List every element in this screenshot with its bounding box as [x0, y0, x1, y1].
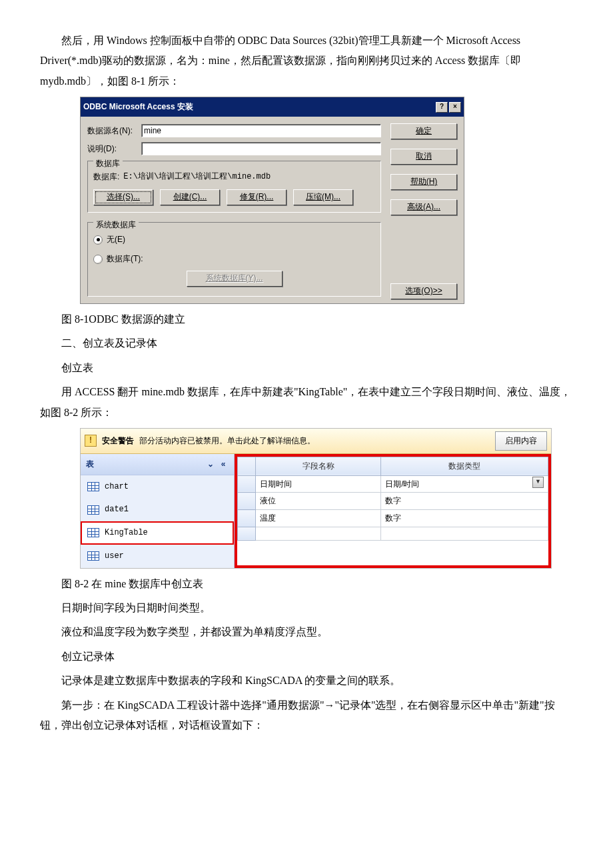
sysdb-group: 系统数据库 无(E) 数据库(T): 系统数据库(Y)... — [87, 222, 381, 297]
close-icon[interactable]: × — [449, 102, 461, 113]
dsname-input[interactable]: mine — [141, 124, 381, 137]
field-name-cell[interactable] — [256, 527, 381, 540]
dropdown-icon[interactable]: ▼ — [532, 477, 544, 488]
nav-item-kingtable[interactable]: KingTable — [81, 521, 234, 545]
nav-item-label: date1 — [105, 502, 129, 517]
nav-item-date1[interactable]: date1 — [81, 498, 234, 521]
row-selector[interactable] — [238, 475, 256, 493]
table-icon — [87, 505, 99, 515]
sysdb-button: 系统数据库(Y)... — [187, 271, 283, 287]
paragraph-step1: 第一步：在 KingSCADA 工程设计器中选择"通用数据源"→"记录体"选型，… — [40, 695, 573, 736]
compact-button[interactable]: 压缩(M)... — [293, 189, 353, 205]
security-label: 安全警告 — [102, 433, 134, 449]
sysdb-group-title: 系统数据库 — [93, 217, 139, 233]
select-button[interactable]: 选择(S)... — [93, 189, 153, 205]
desc-input[interactable] — [141, 142, 381, 155]
security-bar: ! 安全警告 部分活动内容已被禁用。单击此处了解详细信息。 启用内容 — [81, 429, 551, 454]
paragraph-datetime: 日期时间字段为日期时间类型。 — [40, 598, 573, 618]
dropdown-icon[interactable]: ⌄ — [205, 457, 216, 472]
nav-title: 表 — [86, 457, 94, 472]
dsname-label: 数据源名(N): — [87, 123, 137, 139]
subsection-heading-record: 创立记录体 — [40, 647, 573, 667]
radio-none[interactable]: 无(E) — [93, 232, 375, 247]
advanced-button[interactable]: 高级(A)... — [390, 199, 457, 215]
ok-button[interactable]: 确定 — [390, 123, 457, 139]
navigation-pane: 表 ⌄ « chart date1 KingTable user — [81, 454, 235, 568]
paragraph-access: 用 ACCESS 翻开 mine.mdb 数据库，在库中新建表"KingTabl… — [40, 382, 573, 423]
field-name-cell[interactable]: 日期时间 — [256, 475, 381, 493]
help-icon[interactable]: ? — [436, 102, 448, 113]
table-row[interactable]: 温度 数字 — [238, 510, 548, 527]
field-name-cell[interactable]: 液位 — [256, 493, 381, 510]
nav-item-label: user — [105, 549, 124, 564]
nav-item-chart[interactable]: chart — [81, 475, 234, 499]
corner-cell — [238, 457, 256, 475]
nav-item-label: KingTable — [105, 525, 148, 541]
table-row[interactable]: 液位 数字 — [238, 493, 548, 510]
paragraph-intro: 然后，用 Windows 控制面板中自带的 ODBC Data Sources … — [40, 31, 573, 91]
cancel-button[interactable]: 取消 — [390, 149, 457, 165]
field-name-cell[interactable]: 温度 — [256, 510, 381, 527]
figure-caption-2: 图 8-2 在 mine 数据库中创立表 — [40, 574, 573, 594]
column-header-field: 字段名称 — [256, 457, 381, 475]
collapse-icon[interactable]: « — [218, 457, 229, 472]
figure-caption-1: 图 8-1ODBC 数据源的建立 — [40, 309, 573, 329]
warning-icon: ! — [85, 435, 97, 447]
data-type-cell[interactable]: 数字 — [381, 493, 548, 510]
nav-item-label: chart — [105, 479, 129, 495]
titlebar-buttons: ? × — [436, 102, 461, 113]
nav-item-user[interactable]: user — [81, 545, 234, 568]
paragraph-numeric: 液位和温度字段为数字类型，并都设置为单精度浮点型。 — [40, 622, 573, 642]
row-selector[interactable] — [238, 527, 256, 540]
dialog-title: ODBC Microsoft Access 安装 — [83, 99, 193, 115]
radio-database-label: 数据库(T): — [107, 251, 143, 267]
row-selector[interactable] — [238, 493, 256, 510]
data-type-cell[interactable]: 数字 — [381, 510, 548, 527]
table-design-grid: 字段名称 数据类型 日期时间 日期/时间▼ 液位 数字 — [235, 454, 551, 568]
db-path: E:\培训\培训工程\培训工程\mine.mdb — [123, 169, 271, 185]
database-group: 数据库 数据库: E:\培训\培训工程\培训工程\mine.mdb 选择(S).… — [87, 161, 381, 213]
create-button[interactable]: 创建(C)... — [160, 189, 220, 205]
repair-button[interactable]: 修复(R)... — [227, 189, 287, 205]
row-selector[interactable] — [238, 510, 256, 527]
help-button[interactable]: 帮助(H) — [390, 174, 457, 190]
odbc-dialog: ODBC Microsoft Access 安装 ? × 数据源名(N): mi… — [80, 97, 464, 304]
desc-label: 说明(D): — [87, 141, 137, 157]
db-label: 数据库: — [93, 169, 119, 185]
access-window: ! 安全警告 部分活动内容已被禁用。单击此处了解详细信息。 启用内容 表 ⌄ «… — [80, 428, 552, 569]
table-icon — [87, 551, 99, 561]
data-type-cell[interactable] — [381, 527, 548, 540]
section-heading-2: 二、创立表及记录体 — [40, 333, 573, 353]
data-type-cell[interactable]: 日期/时间▼ — [381, 475, 548, 493]
table-row[interactable]: 日期时间 日期/时间▼ — [238, 475, 548, 493]
nav-header[interactable]: 表 ⌄ « — [81, 454, 234, 475]
paragraph-record-desc: 记录体是建立数据库中数据表的字段和 KingSCADA 的变量之间的联系。 — [40, 671, 573, 691]
radio-icon — [93, 235, 103, 245]
subsection-heading: 创立表 — [40, 358, 573, 378]
options-button[interactable]: 选项(O)>> — [390, 283, 457, 299]
table-icon — [87, 528, 99, 537]
dialog-titlebar: ODBC Microsoft Access 安装 ? × — [81, 97, 464, 117]
security-message: 部分活动内容已被禁用。单击此处了解详细信息。 — [139, 433, 315, 449]
table-icon — [87, 482, 99, 491]
table-row[interactable] — [238, 527, 548, 540]
radio-none-label: 无(E) — [107, 232, 125, 247]
radio-database[interactable]: 数据库(T): — [93, 251, 375, 267]
radio-icon — [93, 255, 103, 264]
enable-content-button[interactable]: 启用内容 — [495, 431, 547, 451]
column-header-type: 数据类型 — [381, 457, 548, 475]
database-group-title: 数据库 — [93, 156, 123, 171]
